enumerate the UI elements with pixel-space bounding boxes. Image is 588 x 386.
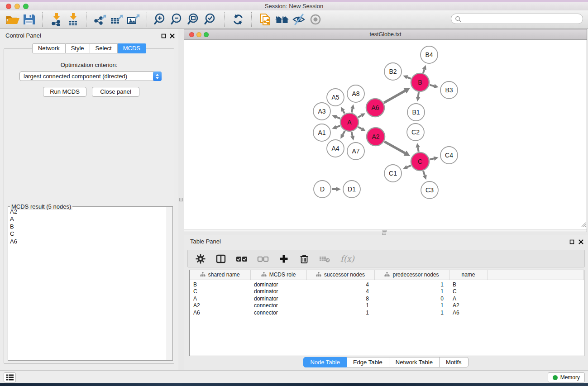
divider-handle[interactable] [179,198,183,201]
edge-B-B2[interactable] [403,75,411,79]
edge-A-A3[interactable] [332,115,340,119]
import-table-icon[interactable] [64,12,81,27]
graph-node-B3[interactable]: B3 [440,81,458,99]
table-row[interactable]: Bdominator41B [190,280,584,288]
edge-A-A1[interactable] [332,125,340,129]
edge-A-A4[interactable] [340,131,344,138]
table-cell[interactable]: connector [250,310,306,317]
table-cell[interactable]: A2 [190,302,250,310]
graph-node-A3[interactable]: A3 [313,103,330,120]
table-cell[interactable]: 1 [306,302,374,310]
network-hscroll-handle[interactable] [382,230,387,232]
home-icon[interactable] [273,12,290,27]
close-panel-icon[interactable] [578,239,583,246]
graph-node-A4[interactable]: A4 [327,140,344,157]
vertical-split-divider[interactable] [178,29,184,370]
network-minimize-button[interactable] [196,32,201,37]
tab-network[interactable]: Network [32,43,66,53]
graph-node-A5[interactable]: A5 [327,89,344,106]
graph-node-A7[interactable]: A7 [347,143,364,160]
hide-panel-eye-icon[interactable] [290,12,307,27]
table-tab-node-table[interactable]: Node Table [303,357,347,367]
tab-style[interactable]: Style [66,43,90,53]
table-cell[interactable]: B [190,280,250,288]
table-cell[interactable]: 1 [374,302,449,310]
network-zoom-button[interactable] [204,32,209,37]
table-settings-gear-icon[interactable] [195,253,206,264]
zoom-window-button[interactable] [23,4,29,9]
table-cell[interactable]: A2 [449,302,488,310]
column-header-successor-nodes[interactable]: successor nodes [306,270,374,280]
graph-node-C4[interactable]: C4 [440,147,458,164]
deselect-all-icon[interactable] [257,255,269,263]
column-header-name[interactable]: name [449,270,488,280]
delete-column-trash-icon[interactable] [299,253,310,264]
minimize-window-button[interactable] [14,4,20,9]
graph-node-B[interactable]: B [411,73,429,91]
edge-B-B4[interactable] [422,65,426,73]
duplicate-network-icon[interactable] [257,12,273,27]
zoom-in-icon[interactable] [152,12,169,27]
search-input[interactable] [464,16,579,22]
edge-A-A8[interactable] [350,104,354,112]
graph-node-B4[interactable]: B4 [421,46,438,63]
zoom-selected-icon[interactable] [202,12,219,27]
mcds-result-item[interactable]: A6 [10,238,172,245]
edge-C-C1[interactable] [403,165,411,169]
column-header-predecessor-nodes[interactable]: predecessor nodes [374,270,449,280]
run-mcds-button[interactable]: Run MCDS [43,87,86,97]
select-all-icon[interactable] [236,255,248,263]
tab-mcds[interactable]: MCDS [118,43,146,53]
table-cell[interactable]: A6 [449,310,488,317]
node-table[interactable]: shared nameMCDS rolesuccessor nodesprede… [189,270,584,356]
mcds-result-scrollbar[interactable] [167,207,172,360]
add-column-icon[interactable] [278,253,289,264]
close-window-button[interactable] [6,4,11,9]
table-tab-edge-table[interactable]: Edge Table [347,357,389,367]
zoom-out-icon[interactable] [169,12,186,27]
edge-A-A7[interactable] [350,132,354,141]
network-hscrollbar[interactable] [184,229,587,232]
graph-node-C2[interactable]: C2 [407,124,424,141]
mcds-result-item[interactable]: C [10,230,172,238]
table-cell[interactable]: dominator [250,295,306,303]
refresh-layout-icon[interactable] [229,12,246,27]
mcds-result-item[interactable]: A [10,215,172,223]
table-cell[interactable]: A6 [190,310,250,317]
column-header-mcds-role[interactable]: MCDS role [250,270,306,280]
export-network-icon[interactable] [91,12,108,27]
graph-node-A2[interactable]: A2 [367,128,385,146]
table-cell[interactable]: 1 [374,288,449,295]
table-cell[interactable]: 1 [374,280,449,288]
table-row[interactable]: A6connector11A6 [190,310,584,317]
show-columns-icon[interactable] [215,253,226,264]
graph-node-C1[interactable]: C1 [384,165,402,182]
table-cell[interactable]: C [449,288,488,295]
edge-C-C3[interactable] [423,171,427,180]
network-graph[interactable]: AA1A2A3A4A5A6A7A8BB1B2B3B4CC1C2C3C4DD1 [184,40,587,232]
graph-node-C[interactable]: C [411,152,429,171]
float-panel-icon[interactable] [161,33,166,40]
tab-select[interactable]: Select [90,43,118,53]
graph-node-B2[interactable]: B2 [384,63,402,80]
edge-A-A5[interactable] [341,107,345,114]
table-header-row[interactable]: shared nameMCDS rolesuccessor nodesprede… [190,270,584,280]
table-tab-network-table[interactable]: Network Table [389,357,440,367]
table-cell[interactable]: A [449,295,488,303]
graph-node-A6[interactable]: A6 [366,99,384,117]
table-cell[interactable]: 1 [374,310,449,317]
open-session-icon[interactable] [4,12,20,27]
edge-D-D1[interactable] [332,187,341,191]
table-cell[interactable]: 8 [306,295,374,303]
table-row[interactable]: A2connector11A2 [190,302,584,310]
edge-A-A6[interactable] [358,113,365,117]
graph-node-B1[interactable]: B1 [407,104,425,121]
network-window-titlebar[interactable]: testGlobe.txt [184,29,587,40]
edge-A-A2[interactable] [358,127,366,131]
table-cell[interactable]: B [449,280,488,288]
table-cell[interactable]: C [190,288,250,295]
task-history-button[interactable] [4,372,16,382]
edge-C-C4[interactable] [430,157,439,161]
resize-grip-icon[interactable] [581,222,586,229]
graph-node-C3[interactable]: C3 [421,181,438,199]
